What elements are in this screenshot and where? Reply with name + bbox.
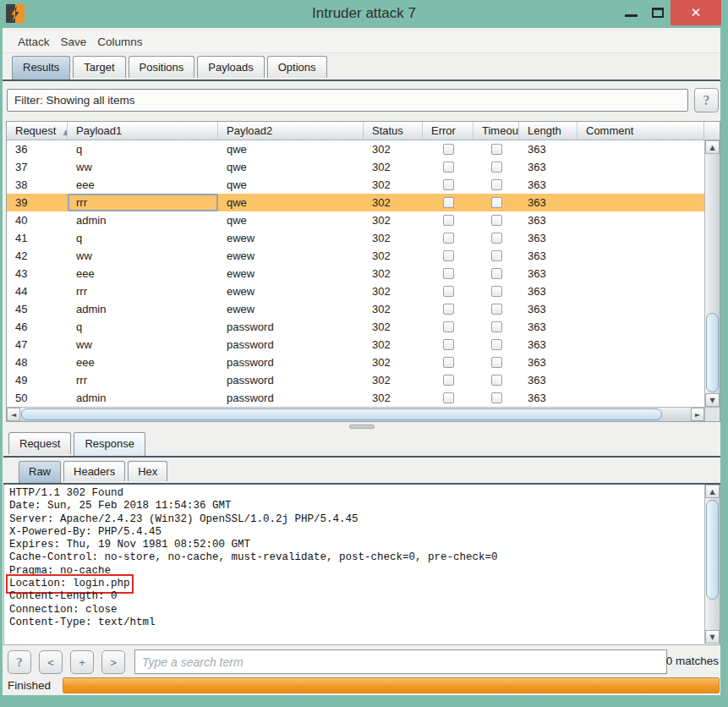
search-input[interactable]: [134, 649, 667, 674]
table-row-request-45[interactable]: 45adminewew302363: [7, 300, 704, 318]
error-checkbox[interactable]: [443, 197, 454, 208]
scroll-up-icon[interactable]: ▲: [705, 140, 720, 154]
timeout-checkbox[interactable]: [491, 375, 502, 386]
table-row-request-41[interactable]: 41qewew302363: [7, 229, 704, 247]
error-checkbox[interactable]: [443, 339, 454, 350]
table-row-request-37[interactable]: 37wwqwe302363: [7, 158, 704, 176]
tab-hex[interactable]: Hex: [128, 461, 167, 481]
search-add-button[interactable]: +: [70, 650, 94, 674]
error-checkbox[interactable]: [443, 268, 454, 279]
error-checkbox[interactable]: [443, 215, 454, 226]
timeout-checkbox[interactable]: [491, 339, 502, 350]
timeout-checkbox[interactable]: [491, 144, 502, 155]
error-checkbox[interactable]: [443, 162, 454, 173]
table-row-request-43[interactable]: 43eeeewew302363: [7, 265, 704, 282]
error-checkbox[interactable]: [443, 357, 454, 368]
search-next-button[interactable]: >: [101, 650, 125, 674]
timeout-checkbox[interactable]: [491, 392, 502, 403]
error-checkbox[interactable]: [443, 286, 454, 297]
error-checkbox[interactable]: [443, 321, 454, 332]
response-viewer[interactable]: HTTP/1.1 302 FoundDate: Sun, 25 Feb 2018…: [3, 485, 720, 645]
timeout-checkbox[interactable]: [491, 215, 502, 226]
column-header-error[interactable]: Error: [423, 122, 473, 140]
menu-item-save[interactable]: Save: [61, 36, 87, 48]
tab-options[interactable]: Options: [267, 56, 327, 78]
table-vertical-scrollbar[interactable]: ▲ ▼: [704, 140, 720, 407]
tab-response[interactable]: Response: [74, 432, 145, 456]
timeout-checkbox[interactable]: [491, 357, 502, 368]
horizontal-scrollbar-thumb[interactable]: [21, 408, 662, 420]
panel-divider[interactable]: [3, 422, 720, 431]
table-row-request-47[interactable]: 47wwpassword302363: [7, 336, 704, 354]
timeout-checkbox[interactable]: [491, 304, 502, 315]
title-bar[interactable]: Intruder attack 7 ✕: [0, 0, 728, 28]
table-row-request-44[interactable]: 44rrrewew302363: [7, 282, 704, 300]
table-row-request-39[interactable]: 39rrrqwe302363: [7, 194, 704, 211]
scroll-up-icon[interactable]: ▲: [705, 485, 720, 498]
error-checkbox[interactable]: [443, 250, 454, 261]
scroll-left-icon[interactable]: ◄: [7, 408, 20, 421]
tab-results[interactable]: Results: [12, 56, 70, 79]
column-header-timeout[interactable]: Timeout: [473, 122, 519, 140]
cell-payload1: eee: [68, 265, 218, 282]
column-header-payload2[interactable]: Payload2: [218, 122, 364, 140]
timeout-checkbox[interactable]: [491, 268, 502, 279]
column-header-request[interactable]: Request▲: [7, 122, 68, 140]
tab-headers[interactable]: Headers: [63, 461, 125, 481]
response-text: HTTP/1.1 302 FoundDate: Sun, 25 Feb 2018…: [4, 485, 720, 629]
error-checkbox[interactable]: [443, 304, 454, 315]
search-help-button[interactable]: ?: [8, 650, 31, 674]
column-header-status[interactable]: Status: [364, 122, 423, 140]
error-checkbox[interactable]: [443, 233, 454, 244]
table-row-request-42[interactable]: 42wwewew302363: [7, 247, 704, 265]
search-previous-button[interactable]: <: [39, 650, 63, 674]
tab-target[interactable]: Target: [73, 56, 125, 78]
scroll-right-icon[interactable]: ►: [691, 408, 704, 421]
editor-tab-border: [3, 456, 720, 458]
progress-bar-fill: [63, 678, 719, 693]
table-row-request-48[interactable]: 48eeepassword302363: [7, 354, 704, 371]
timeout-checkbox[interactable]: [491, 233, 502, 244]
table-row-request-40[interactable]: 40adminqwe302363: [7, 211, 704, 229]
cell-status: 302: [364, 140, 423, 158]
cell-timeout: [473, 247, 519, 265]
table-row-request-49[interactable]: 49rrrpassword302363: [7, 371, 704, 389]
scroll-down-icon[interactable]: ▼: [705, 630, 720, 644]
table-row-request-36[interactable]: 36qqwe302363: [7, 140, 704, 158]
minimize-button[interactable]: [618, 0, 644, 25]
error-checkbox[interactable]: [443, 144, 454, 155]
minimize-icon: [625, 14, 638, 17]
close-button[interactable]: ✕: [671, 0, 721, 25]
timeout-checkbox[interactable]: [491, 321, 502, 332]
menu-item-attack[interactable]: Attack: [18, 36, 50, 48]
filter-help-button[interactable]: ?: [694, 88, 719, 112]
timeout-checkbox[interactable]: [491, 286, 502, 297]
column-header-comment[interactable]: Comment: [577, 122, 704, 140]
response-vertical-scrollbar[interactable]: ▲ ▼: [704, 485, 720, 644]
response-scrollbar-thumb[interactable]: [706, 500, 719, 600]
table-scrollbar-thumb[interactable]: [706, 313, 719, 392]
timeout-checkbox[interactable]: [491, 197, 502, 208]
error-checkbox[interactable]: [443, 375, 454, 386]
error-checkbox[interactable]: [443, 392, 454, 403]
table-row-request-38[interactable]: 38eeeqwe302363: [7, 176, 704, 194]
error-checkbox[interactable]: [443, 179, 454, 190]
timeout-checkbox[interactable]: [491, 250, 502, 261]
table-row-request-50[interactable]: 50adminpassword302363: [7, 389, 704, 407]
filter-bar[interactable]: Filter: Showing all items: [7, 89, 688, 112]
timeout-checkbox[interactable]: [491, 162, 502, 173]
column-header-length[interactable]: Length: [519, 122, 577, 140]
column-header-payload1[interactable]: Payload1: [68, 122, 218, 140]
tab-positions[interactable]: Positions: [129, 56, 195, 78]
timeout-checkbox[interactable]: [491, 179, 502, 190]
table-horizontal-scrollbar[interactable]: ◄ ►: [7, 408, 704, 421]
cell-timeout: [473, 158, 519, 176]
tab-raw[interactable]: Raw: [19, 461, 61, 483]
table-row-request-46[interactable]: 46qpassword302363: [7, 318, 704, 336]
tab-request[interactable]: Request: [8, 432, 71, 454]
scroll-down-icon[interactable]: ▼: [705, 393, 720, 407]
cell-request: 45: [7, 300, 68, 318]
menu-item-columns[interactable]: Columns: [97, 36, 142, 48]
tab-payloads[interactable]: Payloads: [197, 56, 264, 78]
maximize-button[interactable]: [644, 0, 671, 25]
